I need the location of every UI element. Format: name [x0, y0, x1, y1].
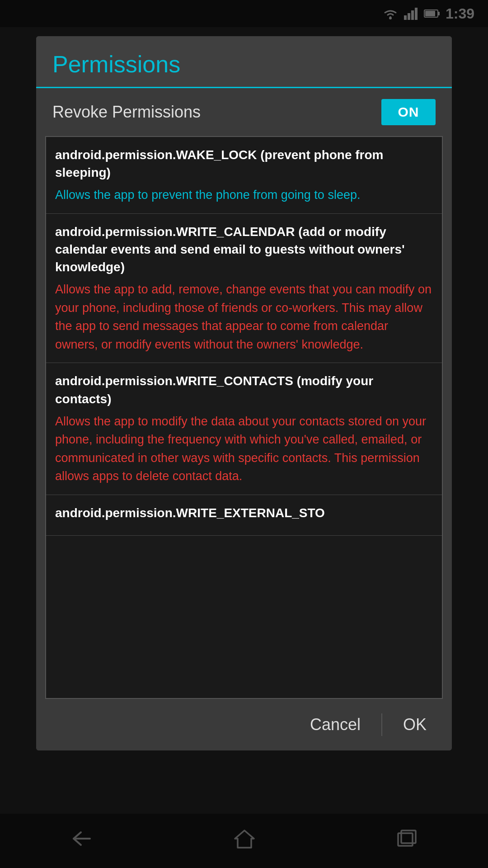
permission-write-calendar: android.permission.WRITE_CALENDAR (add o…: [46, 214, 442, 363]
permission-write-external: android.permission.WRITE_EXTERNAL_STO: [46, 495, 442, 536]
permission-wake-lock: android.permission.WAKE_LOCK (prevent ph…: [46, 137, 442, 214]
permission-name-wake-lock: android.permission.WAKE_LOCK (prevent ph…: [55, 146, 433, 181]
cancel-button[interactable]: Cancel: [294, 708, 377, 741]
ok-button[interactable]: OK: [387, 708, 443, 741]
permission-name-write-external: android.permission.WRITE_EXTERNAL_STO: [55, 504, 433, 522]
dialog-body: Revoke Permissions ON android.permission…: [36, 88, 452, 699]
permission-desc-wake-lock: Allows the app to prevent the phone from…: [55, 186, 433, 204]
permission-name-write-contacts: android.permission.WRITE_CONTACTS (modif…: [55, 372, 433, 407]
permission-desc-write-contacts: Allows the app to modify the data about …: [55, 412, 433, 486]
toggle-button[interactable]: ON: [381, 99, 436, 125]
permission-write-contacts: android.permission.WRITE_CONTACTS (modif…: [46, 363, 442, 495]
dialog-title: Permissions: [52, 51, 436, 78]
footer-divider: [381, 713, 382, 736]
dialog-footer: Cancel OK: [36, 699, 452, 750]
revoke-label: Revoke Permissions: [52, 103, 201, 122]
permission-name-write-calendar: android.permission.WRITE_CALENDAR (add o…: [55, 223, 433, 276]
permission-desc-write-calendar: Allows the app to add, remove, change ev…: [55, 280, 433, 354]
permissions-list: android.permission.WAKE_LOCK (prevent ph…: [45, 136, 443, 699]
permissions-dialog: Permissions Revoke Permissions ON androi…: [36, 36, 452, 750]
dialog-header: Permissions: [36, 36, 452, 88]
revoke-permissions-row: Revoke Permissions ON: [36, 88, 452, 136]
